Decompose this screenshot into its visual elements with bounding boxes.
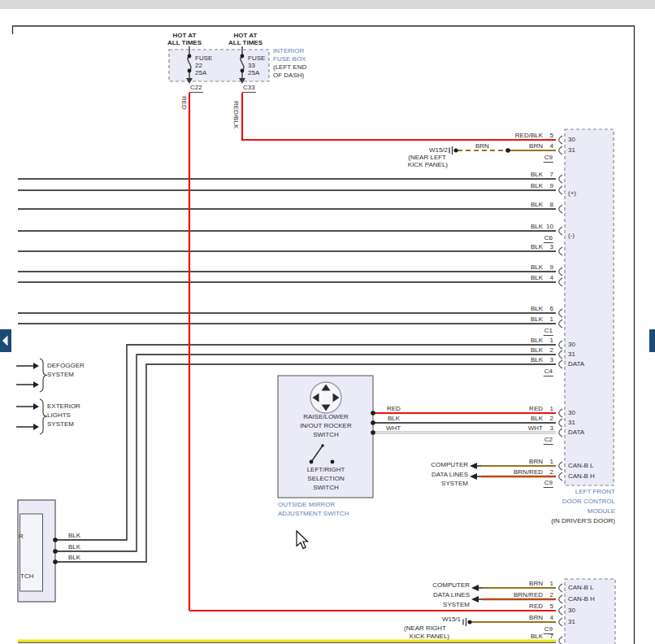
ground-w15-2-location-2: KICK PANEL) (408, 161, 448, 169)
exterior-lights-brace (40, 399, 47, 434)
module-name-1: LEFT FRONT (575, 488, 615, 496)
wire-color-label: BRN (529, 580, 543, 588)
wire-color-label: BLK (68, 554, 80, 562)
pin-function: DATA (568, 360, 584, 368)
pin-number: 2 (550, 346, 553, 355)
system-arrow-lines (16, 366, 33, 427)
pin-number: 2 (550, 468, 553, 476)
ground-w15-1-icon (463, 618, 466, 626)
pin-function: 30 (568, 409, 575, 417)
connector-c22[interactable]: C22 (189, 84, 203, 93)
computer-data-label-2: DATA LINES (433, 591, 470, 599)
wire-color-label: BLK (531, 171, 543, 179)
selector-switch-label-3: SWITCH (313, 484, 339, 492)
wire-color-label: BLK (531, 337, 543, 345)
connector-c9-top[interactable]: C9 (544, 154, 553, 163)
fuse-33-rating: 25A (248, 69, 259, 77)
wire-color-label: BLK (531, 201, 543, 209)
selector-contact-left (310, 460, 314, 464)
wire-redblk-pin5-top[interactable] (242, 93, 556, 140)
pin-function: CAN-B L (568, 584, 594, 592)
app-top-bar (0, 0, 655, 9)
defogger-brace (40, 359, 47, 392)
fuse-box-location-1: (LEFT END (273, 63, 306, 72)
pin-number: 3 (550, 356, 553, 364)
scroll-left-button[interactable] (0, 329, 11, 352)
pin-number: 5 (550, 132, 553, 140)
pin-number: 1 (550, 580, 553, 588)
pin-function: 30 (568, 607, 575, 615)
wiring-diagram-viewer: HOT AT ALL TIMES HOT AT ALL TIMES FUSE 2… (0, 0, 655, 644)
wire-color-label: BLK (531, 346, 543, 355)
pin-function: DATA (568, 429, 584, 437)
computer-data-label-1: COMPUTER (432, 581, 470, 590)
pin-number: 3 (550, 243, 553, 251)
pin-number: 1 (550, 315, 553, 324)
pin-function: 31 (568, 146, 575, 154)
exterior-lights-label-1: EXTERIOR (47, 402, 80, 411)
wire-color-label: BRN/RED (514, 591, 543, 599)
pin-function: CAN-B H (568, 472, 595, 481)
ground-w15-1-location-1: (NEAR RIGHT (404, 624, 446, 633)
wire-color-label: WHT (528, 424, 543, 433)
pin-number: 7 (550, 171, 553, 179)
connector-c6[interactable]: C6 (544, 234, 553, 243)
pin-number: 2 (550, 591, 553, 599)
wire-color-label: BLK (68, 532, 80, 540)
fuse-box-title-1: INTERIOR (273, 47, 304, 55)
pin-function: CAN-B L (568, 462, 594, 470)
connector-c1[interactable]: C1 (544, 327, 553, 336)
pin-number: 8 (550, 201, 553, 209)
selector-switch-label-1: LEFT/RIGHT (307, 466, 345, 474)
defogger-system-label-1: DEFOGGER (47, 362, 85, 370)
rocker-switch-label-2: IN/OUT ROCKER (300, 422, 351, 430)
wire-color-label: BLK (531, 263, 543, 272)
wire-color-label: BLK (531, 243, 543, 251)
pin-number: 1 (550, 337, 553, 345)
diagram-canvas (0, 0, 655, 644)
fuse-22-rating: 25A (195, 69, 206, 77)
wire-color-label: BRN (475, 142, 489, 150)
wire-color-label: WHT (386, 424, 401, 433)
wire-color-label: RED (529, 603, 543, 611)
exterior-lights-label-3: SYSTEM (47, 420, 74, 429)
rocker-switch-label-1: RAISE/LOWER (303, 413, 349, 421)
pin-function: 31 (568, 350, 575, 359)
wire-color-label: BLK (388, 415, 400, 423)
wire-color-label: BLK (531, 305, 543, 313)
pin-bracket-icons (559, 136, 562, 644)
triangle-left-icon (0, 329, 11, 352)
ground-w15-1-label[interactable]: W15/1 (442, 616, 461, 624)
wire-color-label: BLK (531, 223, 543, 231)
selector-switch-label-2: SELECTION (307, 475, 344, 483)
pin-function: 30 (568, 136, 575, 144)
connector-c9-mid[interactable]: C9 (544, 479, 553, 488)
wire-color-label: RED (387, 405, 401, 413)
computer-data-label-2: DATA LINES (432, 471, 468, 479)
computer-data-label-3: SYSTEM (441, 480, 468, 488)
left-arrow-icons (470, 463, 483, 603)
connector-c33[interactable]: C33 (242, 84, 256, 93)
connector-c2[interactable]: C2 (544, 436, 553, 445)
pin-function: (+) (568, 189, 576, 198)
scroll-right-button[interactable] (649, 329, 655, 352)
wire-color-label-redblk-vert: RED/BLK (232, 101, 240, 128)
mirror-switch-caption-1: OUTSIDE MIRROR (278, 501, 335, 509)
all-times-label-1: ALL TIMES (167, 39, 202, 47)
computer-data-label-1: COMPUTER (431, 461, 468, 469)
pin-number: 9 (550, 263, 553, 272)
connector-c4[interactable]: C4 (544, 368, 553, 376)
all-times-label-2: ALL TIMES (228, 39, 262, 47)
partial-box-text-2: TCH (20, 572, 33, 581)
wire-color-label: BRN/RED (514, 468, 543, 476)
pin-function: CAN-B H (568, 595, 595, 603)
connector-c9-bottom[interactable]: C9 (544, 625, 553, 634)
selector-pivot (321, 444, 324, 447)
module-location: (IN DRIVER'S DOOR) (551, 517, 615, 525)
wire-color-label-red-vert: RED (180, 96, 188, 110)
ground-w15-1-dot (468, 620, 472, 624)
wire-color-label: BLK (531, 356, 543, 364)
module-name-3: MODULE (588, 507, 615, 516)
pin-function: (-) (568, 232, 575, 240)
pin-number: 6 (550, 305, 553, 313)
